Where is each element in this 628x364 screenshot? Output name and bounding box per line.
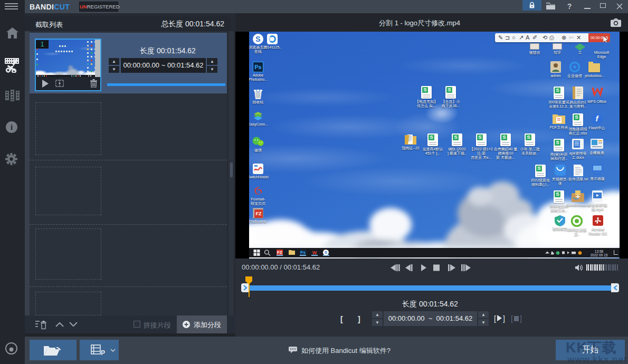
- svg-text:P: P: [101, 349, 105, 356]
